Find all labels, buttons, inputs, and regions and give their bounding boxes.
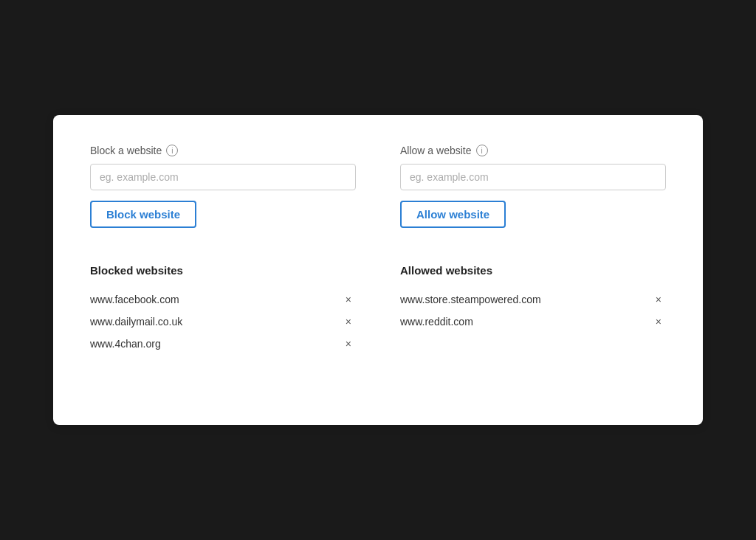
list-item: www.facebook.com ×	[90, 288, 356, 311]
main-card: Block a website i Block website Blocked …	[53, 115, 703, 425]
allow-label-text: Allow a website	[400, 145, 472, 156]
block-section-label: Block a website i	[90, 145, 356, 156]
block-website-input[interactable]	[90, 164, 356, 190]
block-divider	[90, 249, 356, 249]
allow-website-input[interactable]	[400, 164, 666, 190]
allow-column: Allow a website i Allow website Allowed …	[400, 145, 666, 355]
allowed-url-1: www.store.steampowered.com	[400, 294, 541, 305]
allow-divider	[400, 249, 666, 249]
two-col-layout: Block a website i Block website Blocked …	[90, 145, 666, 355]
blocked-url-1: www.facebook.com	[90, 294, 179, 305]
list-item: www.store.steampowered.com ×	[400, 288, 666, 311]
list-item: www.dailymail.co.uk ×	[90, 311, 356, 333]
block-label-text: Block a website	[90, 145, 162, 156]
blocked-url-2: www.dailymail.co.uk	[90, 316, 182, 328]
block-column: Block a website i Block website Blocked …	[90, 145, 356, 355]
blocked-websites-heading: Blocked websites	[90, 264, 356, 277]
remove-blocked-2-button[interactable]: ×	[341, 315, 356, 328]
remove-blocked-1-button[interactable]: ×	[341, 293, 356, 306]
remove-blocked-3-button[interactable]: ×	[341, 337, 356, 350]
allow-section-label: Allow a website i	[400, 145, 666, 156]
block-website-button[interactable]: Block website	[90, 201, 196, 228]
allowed-websites-list: www.store.steampowered.com × www.reddit.…	[400, 288, 666, 333]
allow-info-icon[interactable]: i	[476, 145, 488, 156]
allow-website-button[interactable]: Allow website	[400, 201, 506, 228]
remove-allowed-1-button[interactable]: ×	[651, 293, 666, 306]
list-item: www.reddit.com ×	[400, 311, 666, 333]
allowed-url-2: www.reddit.com	[400, 316, 473, 328]
remove-allowed-2-button[interactable]: ×	[651, 315, 666, 328]
block-info-icon[interactable]: i	[166, 145, 178, 156]
blocked-url-3: www.4chan.org	[90, 338, 161, 350]
list-item: www.4chan.org ×	[90, 333, 356, 355]
allowed-websites-heading: Allowed websites	[400, 264, 666, 277]
blocked-websites-list: www.facebook.com × www.dailymail.co.uk ×…	[90, 288, 356, 355]
